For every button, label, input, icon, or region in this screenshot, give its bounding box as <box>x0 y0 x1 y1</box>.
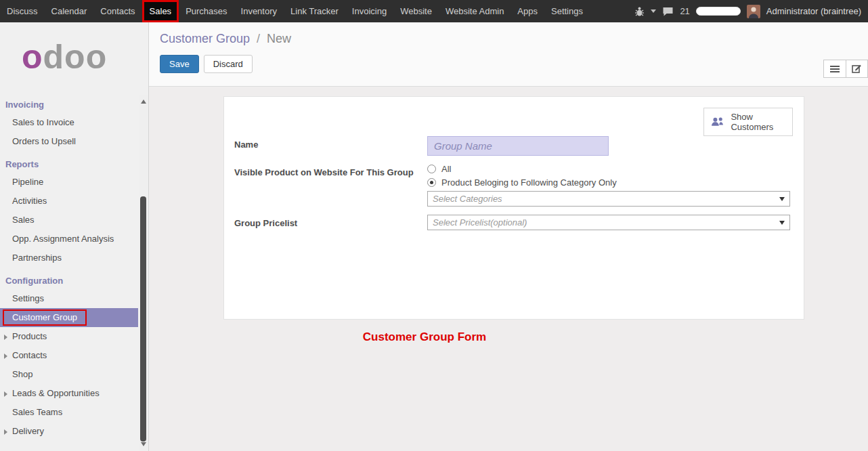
show-customers-label: Show Customers <box>731 112 786 132</box>
nav-website-admin[interactable]: Website Admin <box>439 0 511 22</box>
message-count-badge[interactable]: 21 <box>680 6 689 16</box>
scroll-up-icon[interactable] <box>141 97 146 104</box>
annotation-highlight-box: Customer Group <box>3 309 87 326</box>
radio-category[interactable]: Product Beloging to Following Category O… <box>427 177 790 188</box>
breadcrumb-current: New <box>267 32 291 45</box>
sidebar-item-activities[interactable]: Activities <box>0 192 148 211</box>
pricelist-select[interactable]: Select Pricelist(optional) <box>427 215 790 230</box>
form-edit-icon <box>852 64 862 74</box>
progress-pill[interactable] <box>696 7 741 16</box>
sidebar-item-label: Contacts <box>12 350 47 360</box>
user-menu[interactable]: Administrator (braintree) <box>766 6 861 16</box>
sidebar-item-partnerships[interactable]: Partnerships <box>0 249 148 267</box>
radio-category-label: Product Beloging to Following Category O… <box>441 177 617 188</box>
sidebar-item-sales[interactable]: Sales <box>0 211 148 230</box>
nav-website[interactable]: Website <box>393 0 439 22</box>
sidebar-item-orders-to-upsell[interactable]: Orders to Upsell <box>0 132 148 151</box>
sidebar-item-leads-opportunities[interactable]: Leads & Opportunities <box>0 384 148 403</box>
list-view-icon <box>830 66 840 67</box>
odoo-logo-letter: o <box>22 38 43 76</box>
sidebar: odoo Invoicing Sales to Invoice Orders t… <box>0 22 149 451</box>
top-navbar: Discuss Calendar Contacts Sales Purchase… <box>0 0 868 22</box>
breadcrumb: Customer Group / New <box>160 32 868 46</box>
sidebar-item-sales-to-invoice[interactable]: Sales to Invoice <box>0 113 148 132</box>
sidebar-item-label: Delivery <box>12 426 44 436</box>
save-button[interactable]: Save <box>160 55 199 73</box>
nav-calendar[interactable]: Calendar <box>45 0 94 22</box>
bug-icon[interactable] <box>634 6 645 17</box>
nav-apps[interactable]: Apps <box>511 0 544 22</box>
radio-category-icon[interactable] <box>427 178 436 187</box>
chat-icon[interactable] <box>662 7 674 16</box>
nav-link-tracker[interactable]: Link Tracker <box>284 0 345 22</box>
sidebar-item-label: Products <box>12 331 47 341</box>
caret-right-icon <box>4 335 10 340</box>
content-body: Show Customers Name Visible Product on W… <box>149 87 868 451</box>
scroll-down-icon[interactable] <box>141 442 146 449</box>
sidebar-item-customer-group[interactable]: Customer Group <box>0 308 138 327</box>
form-fields: Name Visible Product on Website For This… <box>234 136 790 230</box>
odoo-logo-rest: doo <box>43 38 108 76</box>
sidebar-item-delivery[interactable]: Delivery <box>0 422 148 441</box>
section-invoicing: Invoicing <box>0 91 148 113</box>
odoo-app: Discuss Calendar Contacts Sales Purchase… <box>0 0 868 451</box>
odoo-logo[interactable]: odoo <box>0 22 148 91</box>
categories-select[interactable]: Select Categories <box>427 191 790 207</box>
sidebar-menu: Invoicing Sales to Invoice Orders to Ups… <box>0 91 148 441</box>
scrollbar-thumb[interactable] <box>140 196 146 442</box>
sidebar-scrollbar[interactable] <box>139 95 148 451</box>
nav-discuss[interactable]: Discuss <box>0 0 45 22</box>
list-view-button[interactable] <box>823 60 846 78</box>
breadcrumb-customer-group[interactable]: Customer Group <box>160 32 250 45</box>
sidebar-item-settings[interactable]: Settings <box>0 289 148 308</box>
sidebar-item-products[interactable]: Products <box>0 327 148 346</box>
sidebar-item-sales-teams[interactable]: Sales Teams <box>0 403 148 422</box>
section-reports: Reports <box>0 151 148 173</box>
form-view-button[interactable] <box>846 60 868 78</box>
user-avatar[interactable] <box>747 5 760 18</box>
radio-all-icon[interactable] <box>427 165 436 173</box>
sidebar-item-contacts[interactable]: Contacts <box>0 346 148 365</box>
show-customers-button[interactable]: Show Customers <box>703 108 793 136</box>
nav-inventory[interactable]: Inventory <box>234 0 284 22</box>
group-name-input[interactable] <box>427 136 609 156</box>
sidebar-item-opp-assignment-analysis[interactable]: Opp. Assignment Analysis <box>0 230 148 249</box>
topbar-right: 21 Administrator (braintree) <box>634 0 868 22</box>
name-label: Name <box>234 136 427 156</box>
nav-contacts[interactable]: Contacts <box>93 0 142 22</box>
nav-settings[interactable]: Settings <box>544 0 590 22</box>
chevron-down-icon[interactable] <box>651 9 656 16</box>
caret-right-icon <box>4 429 10 435</box>
form-action-buttons: Save Discard <box>160 55 868 73</box>
nav-purchases[interactable]: Purchases <box>179 0 234 22</box>
caret-right-icon <box>4 353 10 359</box>
radio-all-label: All <box>441 164 451 174</box>
caret-right-icon <box>4 391 10 397</box>
top-menu-bar: Discuss Calendar Contacts Sales Purchase… <box>0 0 590 22</box>
customer-group-form: Show Customers Name Visible Product on W… <box>223 96 804 320</box>
categories-select-placeholder: Select Categories <box>433 194 502 204</box>
pricelist-select-placeholder: Select Pricelist(optional) <box>433 217 527 228</box>
people-icon <box>710 115 724 129</box>
radio-all[interactable]: All <box>427 164 790 174</box>
view-switcher <box>823 60 868 78</box>
sidebar-item-pipeline[interactable]: Pipeline <box>0 173 148 192</box>
group-pricelist-label: Group Pricelist <box>234 215 427 230</box>
nav-sales[interactable]: Sales <box>142 0 179 22</box>
main-content: Customer Group / New Save Discard <box>149 22 868 451</box>
sidebar-item-shop[interactable]: Shop <box>0 365 148 384</box>
sidebar-item-label: Leads & Opportunities <box>12 388 100 398</box>
annotation-caption: Customer Group Form <box>149 330 700 344</box>
control-panel: Customer Group / New Save Discard <box>149 22 868 87</box>
section-configuration: Configuration <box>0 267 148 289</box>
breadcrumb-separator: / <box>253 32 263 45</box>
nav-invoicing[interactable]: Invoicing <box>345 0 393 22</box>
visible-product-label: Visible Product on Website For This Grou… <box>234 164 427 207</box>
discard-button[interactable]: Discard <box>204 55 253 73</box>
